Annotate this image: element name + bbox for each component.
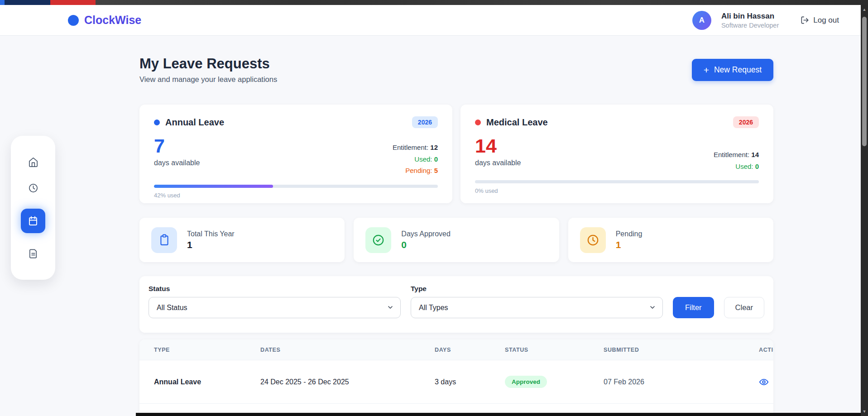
- card-head: Annual Leave 2026: [154, 116, 438, 128]
- stat-label: Days Approved: [401, 230, 451, 238]
- type-select[interactable]: All Types: [411, 297, 663, 318]
- cell-submitted: 07 Feb 2026: [604, 378, 759, 386]
- filter-button[interactable]: Filter: [673, 297, 714, 318]
- stat-label: Total This Year: [187, 230, 235, 238]
- top-edge-navy-segment: [5, 0, 50, 5]
- column-status: Status: [505, 347, 604, 353]
- main-content: My Leave Requests View and manage your l…: [139, 36, 773, 416]
- scroll-up-arrow-icon[interactable]: ▲: [861, 6, 868, 13]
- new-request-button[interactable]: + New Request: [692, 59, 773, 81]
- brand-logo-icon: [68, 15, 79, 26]
- stat-text: Total This Year 1: [187, 230, 235, 250]
- clock-icon: [580, 227, 606, 253]
- view-icon[interactable]: [759, 377, 769, 387]
- red-dot-icon: [475, 120, 481, 125]
- stat-text: Days Approved 0: [401, 230, 451, 250]
- card-head: Medical Leave 2026: [475, 116, 759, 128]
- scroll-down-arrow-icon[interactable]: ▼: [861, 408, 868, 415]
- sidebar-nav: [11, 136, 55, 280]
- type-filter-group: Type All Types: [411, 285, 663, 318]
- year-badge: 2026: [412, 116, 438, 128]
- card-title-wrap: Annual Leave: [154, 117, 224, 128]
- stats-section: Total This Year 1 Days Approved 0 Pend: [139, 218, 773, 262]
- stat-label: Pending: [616, 230, 643, 238]
- status-select[interactable]: All Status: [149, 297, 401, 318]
- percent-used-label: 42% used: [154, 192, 438, 199]
- cell-dates: 24 Dec 2025 - 26 Dec 2025: [260, 378, 435, 386]
- logout-icon: [801, 16, 809, 24]
- blue-dot-icon: [154, 120, 160, 125]
- scrollbar-thumb[interactable]: [862, 17, 867, 146]
- stat-text: Pending 1: [616, 230, 643, 250]
- avatar: A: [692, 11, 711, 30]
- document-icon: [28, 249, 38, 259]
- clear-button[interactable]: Clear: [724, 297, 764, 318]
- sidebar-item-reports[interactable]: [28, 249, 38, 259]
- user-role: Software Developer: [721, 22, 779, 29]
- window-bottom-edge: [136, 413, 868, 416]
- sidebar-item-timesheet[interactable]: [28, 183, 38, 193]
- cell-type: Annual Leave: [154, 378, 260, 386]
- status-filter-label: Status: [149, 285, 401, 293]
- header-right: A Ali bin Hassan Software Developer Log …: [692, 11, 839, 30]
- year-badge: 2026: [733, 116, 759, 128]
- status-filter-group: Status All Status: [149, 285, 401, 318]
- table-header-row: Type Dates Days Status Submitted Actions: [139, 339, 773, 360]
- sidebar-item-home[interactable]: [28, 157, 38, 167]
- available-block: 14 days available: [475, 135, 521, 172]
- card-body: 14 days available Entitlement: 14 Used: …: [475, 135, 759, 172]
- column-actions: Actions: [759, 347, 773, 353]
- status-badge: Approved: [505, 376, 547, 388]
- clock-icon: [28, 183, 38, 193]
- page-subtitle: View and manage your leave applications: [139, 75, 277, 84]
- stat-value: 1: [187, 239, 235, 250]
- app-window: ClockWise A Ali bin Hassan Software Deve…: [0, 0, 868, 416]
- available-label: days available: [154, 159, 200, 167]
- page-head: My Leave Requests View and manage your l…: [139, 56, 773, 84]
- percent-used-label: 0% used: [475, 187, 759, 194]
- window-top-edge: [0, 0, 868, 5]
- card-meta: Entitlement: 14 Used: 0: [714, 149, 759, 172]
- brand-name: ClockWise: [84, 14, 141, 27]
- pending-line: Pending: 5: [393, 165, 438, 177]
- available-days: 7: [154, 135, 200, 157]
- stat-card-approved: Days Approved 0: [354, 218, 559, 262]
- sidebar-item-leave[interactable]: [21, 209, 45, 233]
- plus-icon: +: [704, 65, 709, 75]
- column-days: Days: [435, 347, 505, 353]
- usage-progress-track: [154, 185, 438, 188]
- brand: ClockWise: [68, 14, 141, 27]
- used-line: Used: 0: [714, 161, 759, 172]
- type-filter-label: Type: [411, 285, 663, 293]
- stat-card-total: Total This Year 1: [139, 218, 345, 262]
- stat-value: 0: [401, 239, 451, 250]
- card-title: Medical Leave: [486, 117, 548, 128]
- used-line: Used: 0: [393, 153, 438, 165]
- home-icon: [28, 157, 38, 167]
- column-submitted: Submitted: [604, 347, 759, 353]
- page-head-text: My Leave Requests View and manage your l…: [139, 56, 277, 84]
- app-header: ClockWise A Ali bin Hassan Software Deve…: [0, 5, 861, 36]
- card-title-wrap: Medical Leave: [475, 117, 548, 128]
- card-body: 7 days available Entitlement: 12 Used: 0…: [154, 135, 438, 177]
- available-days: 14: [475, 135, 521, 157]
- calendar-icon: [28, 215, 38, 226]
- logout-button[interactable]: Log out: [801, 16, 839, 25]
- new-request-label: New Request: [714, 65, 762, 75]
- status-select-wrap: All Status: [149, 297, 401, 318]
- annual-leave-card: Annual Leave 2026 7 days available Entit…: [139, 105, 452, 203]
- filter-section: Status All Status Type All Types: [139, 276, 773, 333]
- logout-label: Log out: [813, 16, 839, 25]
- leave-balance-section: Annual Leave 2026 7 days available Entit…: [139, 105, 773, 203]
- card-title: Annual Leave: [165, 117, 224, 128]
- card-meta: Entitlement: 12 Used: 0 Pending: 5: [393, 142, 438, 177]
- cell-status: Approved: [505, 376, 604, 388]
- browser-scrollbar[interactable]: ▲ ▼: [861, 5, 868, 416]
- stat-card-pending: Pending 1: [568, 218, 773, 262]
- cell-days: 3 days: [435, 378, 505, 386]
- column-dates: Dates: [260, 347, 435, 353]
- usage-progress-track: [475, 180, 759, 183]
- entitlement-line: Entitlement: 12: [393, 142, 438, 153]
- available-block: 7 days available: [154, 135, 200, 177]
- available-label: days available: [475, 159, 521, 167]
